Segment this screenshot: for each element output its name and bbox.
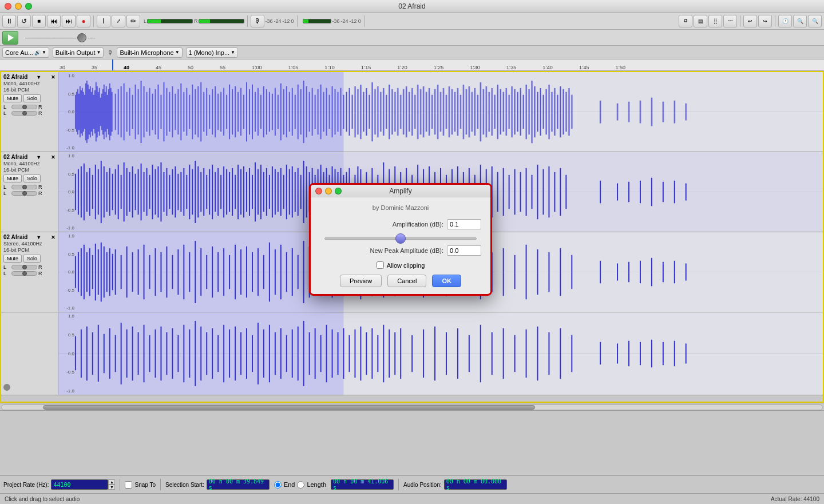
track-1-buttons: Mute Solo [3, 94, 56, 102]
pause-button[interactable]: ⏸ [2, 15, 16, 27]
zoom-out[interactable]: 🔍 [808, 15, 822, 27]
length-radio[interactable] [297, 481, 304, 489]
cursor-tool[interactable]: I [97, 15, 110, 27]
undo-btn[interactable]: ↩ [743, 15, 757, 27]
track-2-pan-row: L R [3, 191, 56, 196]
minimize-btn[interactable] [15, 3, 22, 10]
waveform-svg-1: // This won't execute in SVG, using stat… [58, 72, 823, 152]
amplification-input[interactable] [447, 219, 481, 229]
dialog-subtitle: by Dominic Mazzoni [320, 204, 481, 211]
track-2-solo[interactable]: Solo [23, 174, 41, 182]
selection-end-input[interactable]: 00 h 00 m 41.006 s [331, 479, 394, 490]
track-1-mute[interactable]: Mute [3, 94, 22, 102]
track-1-pan-slider[interactable] [11, 111, 37, 116]
dialog-title: Amplify [389, 187, 411, 195]
track-3-buttons: Mute Solo [3, 255, 56, 263]
separator1 [93, 15, 94, 27]
track-1-gain-row: L R [3, 104, 56, 110]
draw-tool[interactable]: ✏ [126, 15, 140, 27]
tool1[interactable]: ⧉ [679, 15, 692, 27]
track-2-mute[interactable]: Mute [3, 174, 22, 182]
rate-down[interactable]: ▼ [108, 485, 115, 490]
bottom-controls: Project Rate (Hz): 44100 ▲ ▼ Snap To Sel… [0, 476, 824, 493]
ok-button[interactable]: OK [432, 275, 461, 287]
track-1-waveform[interactable]: 1.00.50.0-0.5-1.0 // This won't execute … [58, 72, 823, 152]
preview-button[interactable]: Preview [340, 275, 382, 287]
amplification-slider[interactable] [324, 237, 477, 240]
track-3-name: 02 Afraid ▼ ✕ [3, 234, 56, 240]
project-rate-spinner[interactable]: ▲ ▼ [108, 479, 115, 490]
mic-select[interactable]: Built-in Microphone ▼ [117, 47, 182, 58]
loop-button[interactable]: ↺ [17, 15, 31, 27]
window-controls [5, 3, 32, 10]
slider-row [320, 235, 481, 245]
track-2-gain-slider[interactable] [11, 185, 37, 189]
forward-button[interactable]: ⏭ [62, 15, 76, 27]
selection-start-input[interactable]: 00 h 00 m 39.849 s [207, 479, 270, 490]
audio-position-input[interactable]: 00 h 00 m 00.000 s [444, 479, 507, 490]
stop-button[interactable]: ■ [32, 15, 46, 27]
end-radio[interactable] [274, 481, 282, 489]
mic-icon[interactable]: 🎙 [251, 15, 264, 27]
clock-icon[interactable]: 🕐 [778, 15, 792, 27]
record-button[interactable]: ● [77, 15, 90, 27]
output-select[interactable]: Built-in Output ▼ [53, 47, 104, 58]
track-2-info1: Mono, 44100Hz [3, 161, 56, 166]
tool4[interactable]: 〰 [723, 15, 737, 27]
end-length-group: End Length [274, 481, 326, 489]
tool3[interactable]: ⣿ [708, 15, 722, 27]
track-3-mute[interactable]: Mute [3, 255, 22, 263]
separator4 [364, 15, 365, 27]
new-peak-input[interactable] [447, 245, 481, 256]
separator2 [160, 479, 161, 490]
timeline-ruler[interactable]: 30 35 40 45 50 55 1:00 1:05 1:10 1:15 1:… [0, 59, 824, 71]
allow-clipping-label: Allow clipping [387, 262, 425, 269]
separator2 [247, 15, 248, 27]
allow-clipping-row: Allow clipping [320, 261, 481, 269]
dialog-max-btn[interactable] [335, 188, 342, 195]
dialog-window-controls [315, 188, 342, 195]
audio-position-field: Audio Position: 00 h 00 m 00.000 s [403, 479, 507, 490]
track-3-controls: 02 Afraid ▼ ✕ Stereo, 44100Hz 16-bit PCM… [1, 232, 58, 312]
selection-end-field: 00 h 00 m 41.006 s [331, 479, 394, 490]
project-rate-input[interactable]: 44100 [51, 479, 108, 490]
redo-btn[interactable]: ↪ [758, 15, 772, 27]
close-btn[interactable] [5, 3, 11, 10]
new-peak-label: New Peak Amplitude (dB): [320, 247, 443, 254]
scrollbar-track [1, 404, 823, 410]
amplify-dialog[interactable]: Amplify by Dominic Mazzoni Amplification… [309, 183, 492, 296]
track-3-gain-slider[interactable] [11, 265, 37, 269]
zoom-tool[interactable]: ⤢ [112, 15, 125, 27]
window-title: 02 Afraid [398, 2, 425, 10]
maximize-btn[interactable] [25, 3, 32, 10]
track-1-solo[interactable]: Solo [23, 94, 41, 102]
cancel-button[interactable]: Cancel [387, 275, 426, 287]
track-2-pan-slider[interactable] [11, 191, 37, 196]
track-collapse-btn[interactable] [3, 384, 10, 391]
track-1-gain-slider[interactable] [11, 105, 37, 109]
end-label: End [284, 481, 295, 488]
separator3 [398, 479, 399, 490]
channel-select[interactable]: 1 (Mono) Inp... ▼ [186, 47, 238, 58]
selection-start-label: Selection Start: [165, 482, 204, 488]
core-audio-select[interactable]: Core Au... 🔊 ▼ [2, 47, 49, 58]
play-button[interactable] [2, 31, 18, 45]
device-bar: Core Au... 🔊 ▼ Built-in Output ▼ 🎙 Built… [0, 46, 824, 59]
rate-up[interactable]: ▲ [108, 479, 115, 485]
allow-clipping-checkbox[interactable] [377, 261, 384, 269]
slider-thumb[interactable] [395, 233, 406, 244]
scrollbar-thumb[interactable] [43, 405, 535, 410]
snap-to-checkbox[interactable] [125, 481, 132, 489]
dialog-close-btn[interactable] [315, 188, 322, 195]
track-3-pan-slider[interactable] [11, 271, 37, 276]
track-4-waveform[interactable]: 1.00.50.0-0.5-1.0 [58, 312, 823, 395]
dialog-min-btn[interactable] [325, 188, 332, 195]
tool2[interactable]: ▤ [694, 15, 707, 27]
track-2-info2: 16-bit PCM [3, 167, 56, 173]
zoom-in[interactable]: 🔍 [793, 15, 807, 27]
horizontal-scrollbar[interactable] [0, 403, 824, 411]
back-button[interactable]: ⏮ [47, 15, 61, 27]
track-2-buttons: Mute Solo [3, 174, 56, 182]
bottom-bar: Project Rate (Hz): 44100 ▲ ▼ Snap To Sel… [0, 475, 824, 504]
track-3-solo[interactable]: Solo [23, 255, 41, 263]
